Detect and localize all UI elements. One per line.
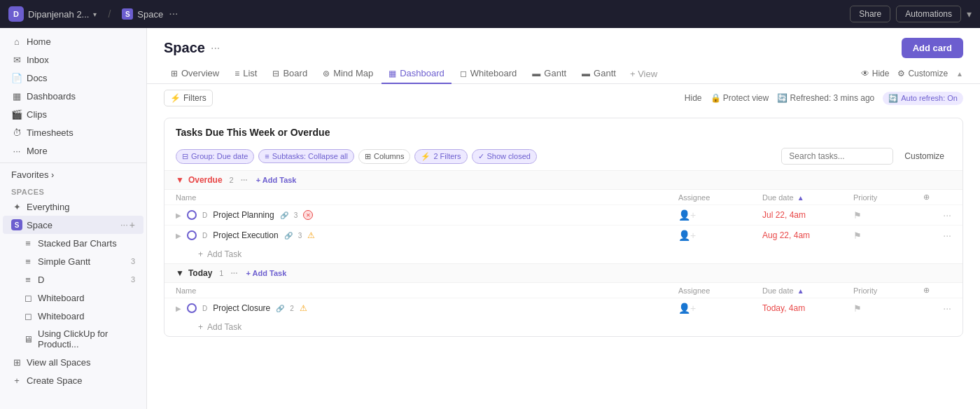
due-date-cell-closure[interactable]: Today, 4am: [762, 303, 853, 313]
filter-chip-group-due-date[interactable]: ⊟ Group: Due date: [176, 149, 254, 164]
add-task-overdue[interactable]: + Add Task: [164, 245, 962, 263]
row-dots-planning[interactable]: ···: [943, 209, 951, 221]
priority-flag-closure[interactable]: ⚑: [853, 303, 862, 314]
add-task-today[interactable]: + Add Task: [164, 318, 962, 336]
widget-header: Tasks Due This Week or Overdue: [164, 118, 962, 144]
tab-add-view[interactable]: + View: [624, 64, 663, 83]
sidebar-item-everything[interactable]: ✦ Everything: [3, 197, 144, 216]
auto-refresh-badge[interactable]: 🔄 Auto refresh: On: [883, 92, 963, 105]
tabs-collapse-icon[interactable]: ▲: [956, 70, 963, 78]
sidebar-item-docs[interactable]: 📄 Docs: [3, 69, 144, 87]
sidebar-item-d[interactable]: ≡ D 3: [3, 270, 144, 289]
due-date-cell-execution[interactable]: Aug 22, 4am: [762, 230, 853, 240]
assignee-placeholder-closure[interactable]: 👤+: [678, 303, 696, 314]
auto-refresh-icon: 🔄: [888, 94, 898, 103]
sidebar-label-simple-gantt: Simple Gantt: [38, 256, 127, 267]
task-status-closure[interactable]: [187, 303, 197, 313]
tab-whiteboard[interactable]: ◻ Whiteboard: [453, 64, 524, 84]
task-expand-closure[interactable]: ▶: [176, 305, 181, 312]
gantt1-tab-icon: ▬: [532, 69, 540, 78]
tab-dashboard[interactable]: ▦ Dashboard: [382, 64, 451, 84]
workspace-switcher[interactable]: D Dipanjenah 2... ▾: [8, 6, 97, 22]
task-expand-execution[interactable]: ▶: [176, 232, 181, 240]
sidebar-item-whiteboard2[interactable]: ◻ Whiteboard: [3, 307, 144, 325]
group-today-add[interactable]: + Add Task: [246, 269, 286, 277]
collapse-icon[interactable]: ▾: [967, 8, 972, 20]
task-name-closure[interactable]: Project Closure: [213, 303, 270, 313]
subtask-link-execution: 🔗: [284, 232, 293, 240]
sidebar-item-timesheets[interactable]: ⏱ Timesheets: [3, 123, 144, 141]
tabs-customize-btn[interactable]: ⚙ Customize: [897, 69, 948, 78]
subtask-count-execution: 3: [298, 232, 302, 240]
sidebar-divider-1: [0, 162, 146, 163]
tab-board[interactable]: ⊟ Board: [265, 64, 314, 84]
protect-view-label[interactable]: 🔒 Protect view: [710, 93, 769, 103]
tabs-hide-btn[interactable]: 👁 Hide: [861, 69, 890, 78]
sidebar-item-simple-gantt[interactable]: ≡ Simple Gantt 3: [3, 252, 144, 270]
gantt2-tab-icon: ▬: [582, 69, 590, 78]
tab-gantt1[interactable]: ▬ Gantt: [525, 64, 573, 84]
due-date-cell-planning[interactable]: Jul 22, 4am: [762, 210, 853, 220]
sidebar-item-view-all-spaces[interactable]: ⊞ View all Spaces: [3, 353, 144, 371]
assignee-placeholder-planning[interactable]: 👤+: [678, 209, 696, 221]
sidebar-item-whiteboard1[interactable]: ◻ Whiteboard: [3, 289, 144, 307]
sidebar-item-space[interactable]: S Space ··· +: [3, 216, 144, 234]
group-overdue-add[interactable]: + Add Task: [256, 176, 297, 184]
priority-flag-planning[interactable]: ⚑: [853, 210, 862, 221]
sidebar-label-space: Space: [27, 220, 116, 230]
filter-chip-subtasks[interactable]: ≡ Subtasks: Collapse all: [258, 149, 354, 163]
widget-customize-button[interactable]: Customize: [897, 148, 951, 164]
hide-toolbar-label[interactable]: Hide: [685, 93, 702, 103]
subtask-count-planning: 3: [294, 212, 298, 219]
assignee-placeholder-execution[interactable]: 👤+: [678, 230, 696, 241]
space-breadcrumb[interactable]: S Space ···: [122, 8, 178, 20]
task-expand-planning[interactable]: ▶: [176, 212, 181, 219]
sidebar-item-home[interactable]: ⌂ Home: [3, 32, 144, 50]
add-card-button[interactable]: Add card: [902, 38, 963, 58]
board-tab-icon: ⊟: [272, 69, 279, 78]
sidebar-label-everything: Everything: [27, 202, 135, 212]
row-dots-execution[interactable]: ···: [943, 230, 951, 241]
widget-container: Tasks Due This Week or Overdue ⊟ Group: …: [147, 112, 980, 409]
task-header-row-today: Name Assignee Due date ▲ Priority ⊕: [164, 282, 962, 298]
page-dots[interactable]: ···: [211, 42, 220, 55]
task-name-execution[interactable]: Project Execution: [213, 230, 278, 240]
task-badge-closure: ⚠: [300, 303, 307, 313]
group-overdue-dots[interactable]: ···: [241, 175, 248, 185]
filters-button[interactable]: ⚡ Filters: [164, 90, 213, 106]
task-area: ▼ Overdue 2 ··· + Add Task Name Assignee…: [164, 170, 962, 336]
task-name-cell-closure: ▶ D Project Closure 🔗 2 ⚠: [176, 303, 678, 313]
filter-chip-show-closed[interactable]: ✓ Show closed: [472, 149, 537, 164]
sidebar-favorites[interactable]: Favorites ›: [3, 166, 144, 183]
task-name-planning[interactable]: Project Planning: [213, 210, 274, 220]
task-status-execution[interactable]: [187, 230, 197, 240]
priority-flag-execution[interactable]: ⚑: [853, 230, 862, 241]
tab-list[interactable]: ≡ List: [227, 64, 264, 84]
group-today-dots[interactable]: ···: [230, 268, 237, 278]
tab-mindmap[interactable]: ⊚ Mind Map: [316, 64, 380, 84]
priority-cell-execution: ⚑: [853, 230, 923, 241]
space-add-icon[interactable]: +: [130, 219, 135, 230]
sidebar-item-more[interactable]: ··· More: [3, 141, 144, 160]
sidebar-item-dashboards[interactable]: ▦ Dashboards: [3, 87, 144, 105]
sidebar-item-using-clickup[interactable]: 🖥 Using ClickUp for Producti...: [3, 325, 144, 353]
tab-gantt2[interactable]: ▬ Gantt: [575, 64, 623, 84]
tab-overview[interactable]: ⊞ Overview: [164, 64, 226, 84]
filter-chip-subtasks-label: Subtasks: Collapse all: [272, 152, 348, 160]
task-search-input[interactable]: [781, 148, 893, 165]
sidebar-item-stacked-bar-charts[interactable]: ≡ Stacked Bar Charts: [3, 234, 144, 252]
automations-button[interactable]: Automations: [896, 6, 961, 22]
group-header-overdue[interactable]: ▼ Overdue 2 ··· + Add Task: [164, 170, 962, 189]
space-dots-icon[interactable]: ···: [120, 219, 128, 230]
task-status-planning[interactable]: [187, 210, 197, 220]
filter-chip-2filters[interactable]: ⚡ 2 Filters: [414, 149, 467, 164]
filter-chip-columns[interactable]: ⊞ Columns: [358, 149, 410, 164]
sidebar-item-clips[interactable]: 🎬 Clips: [3, 105, 144, 123]
share-button[interactable]: Share: [850, 6, 890, 22]
sidebar-item-create-space[interactable]: + Create Space: [3, 371, 144, 389]
group-header-today[interactable]: ▼ Today 1 ··· + Add Task: [164, 263, 962, 282]
sidebar-item-inbox[interactable]: ✉ Inbox: [3, 50, 144, 69]
row-dots-closure[interactable]: ···: [943, 303, 951, 314]
space-breadcrumb-dots[interactable]: ···: [169, 8, 178, 20]
favorites-label: Favorites ›: [11, 169, 135, 180]
